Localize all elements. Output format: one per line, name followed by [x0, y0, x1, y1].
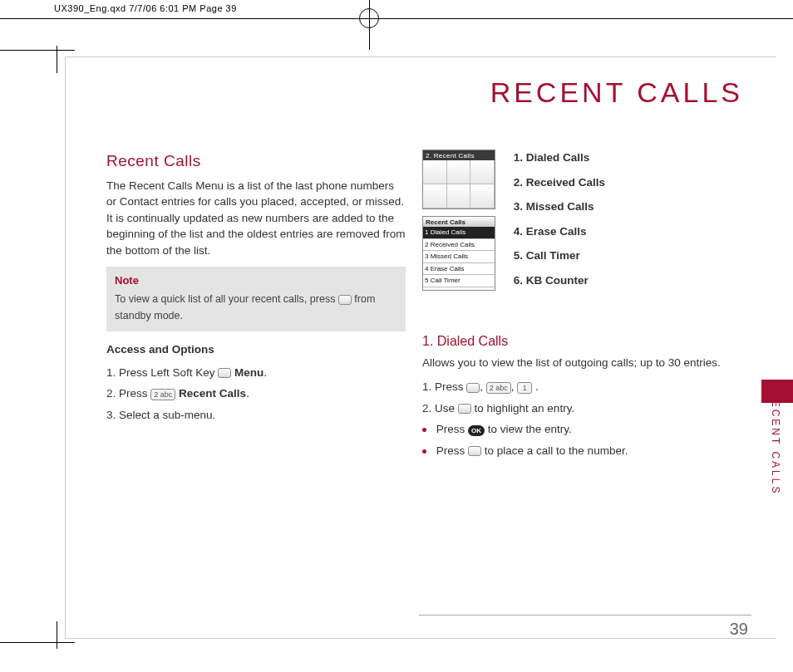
dstep1-text: 1. Press	[422, 380, 466, 393]
db2-end: to place a call to the number.	[485, 444, 628, 457]
crop-header-text: UX390_Eng.qxd 7/7/06 6:01 PM Page 39	[54, 3, 237, 13]
note-text: To view a quick list of all your recent …	[115, 293, 375, 321]
key-2abc-icon: 2 abc	[150, 389, 175, 400]
left-soft-key-icon	[466, 383, 480, 393]
thumb-row: 2. Recent Calls Recent Calls 1 Dialed Ca…	[422, 150, 746, 297]
submenu-item: 6. KB Counter	[514, 272, 605, 289]
nav-key-icon	[458, 404, 471, 414]
ok-key-icon: OK	[468, 425, 485, 436]
thumb2-row: 3 Missed Calls	[423, 251, 495, 263]
manual-page: UX390_Eng.qxd 7/7/06 6:01 PM Page 39 REC…	[0, 0, 793, 672]
thumb2-row: 1 Dialed Calls	[423, 227, 495, 239]
dstep1-end: .	[535, 380, 539, 393]
step1-text: 1. Press Left Soft Key	[106, 366, 218, 379]
db2-text: Press	[436, 444, 468, 457]
frame-line	[57, 621, 57, 649]
note-text-a: To view a quick list of all your recent …	[115, 293, 338, 305]
send-key-icon	[338, 295, 352, 305]
bullet-icon	[422, 428, 426, 432]
submenu-item: 1. Dialed Calls	[514, 150, 605, 166]
dialed-bullet-2: Press to place a call to the number.	[422, 443, 746, 459]
submenu-item: 2. Received Calls	[514, 174, 605, 191]
key-2abc-icon: 2 abc	[486, 382, 511, 394]
left-column: Recent Calls The Recent Calls Menu is a …	[106, 150, 406, 429]
dstep2-end: to highlight an entry.	[475, 402, 575, 414]
side-section-label: RECENT CALLS	[770, 390, 781, 495]
dialed-step-2: 2. Use to highlight an entry.	[422, 400, 746, 417]
step2-text: 2. Press	[106, 387, 150, 400]
thumb2-title: Recent Calls	[423, 217, 495, 227]
note-box: Note To view a quick list of all your re…	[106, 267, 406, 331]
step-1: 1. Press Left Soft Key Menu.	[106, 365, 406, 381]
bullet-icon	[422, 449, 426, 454]
step2-strong: Recent Calls	[179, 387, 246, 400]
dialed-bullet-1: Press OK to view the entry.	[422, 421, 746, 438]
submenu-list: 1. Dialed Calls 2. Received Calls 3. Mis…	[514, 150, 605, 297]
dialed-intro: Allows you to view the list of outgoing …	[422, 355, 746, 371]
note-label: Note	[115, 273, 397, 289]
db1-end: to view the entry.	[488, 423, 572, 435]
submenu-item: 3. Missed Calls	[514, 199, 605, 215]
step1-end: .	[264, 366, 267, 379]
db1-text: Press	[436, 423, 468, 435]
frame-line	[0, 50, 75, 51]
thumb2-row: 4 Erase Calls	[423, 263, 495, 276]
footer-rule	[419, 615, 751, 616]
thumb1-title: 2. Recent Calls	[423, 150, 495, 160]
page-number: 39	[730, 620, 748, 639]
section-heading-recent-calls: Recent Calls	[106, 150, 406, 173]
access-and-options-heading: Access and Options	[106, 341, 406, 358]
submenu-item: 5. Call Timer	[514, 248, 605, 264]
step-3: 3. Select a sub-menu.	[106, 407, 406, 424]
thumb2-row: 5 Call Timer	[423, 275, 495, 287]
left-soft-key-icon	[218, 368, 231, 378]
frame-line	[57, 46, 57, 73]
thumb2-row: 2 Received Calls	[423, 239, 495, 252]
dialed-calls-heading: 1. Dialed Calls	[422, 331, 746, 351]
right-column: 2. Recent Calls Recent Calls 1 Dialed Ca…	[422, 150, 746, 464]
page-title: RECENT CALLS	[490, 76, 743, 109]
key-1-icon: 1	[517, 382, 532, 394]
menu-thumbnail-1: 2. Recent Calls	[422, 150, 495, 209]
thumb2-rows: 1 Dialed Calls 2 Received Calls 3 Missed…	[423, 227, 495, 290]
step-2: 2. Press 2 abc Recent Calls.	[106, 385, 406, 402]
menu-thumbnail-2: Recent Calls 1 Dialed Calls 2 Received C…	[422, 216, 495, 291]
step2-end: .	[246, 387, 249, 400]
frame-line	[0, 642, 75, 643]
send-key-icon	[468, 446, 481, 456]
dialed-step-1: 1. Press , 2 abc, 1 .	[422, 379, 746, 395]
submenu-item: 4. Erase Calls	[514, 223, 605, 240]
intro-paragraph: The Recent Calls Menu is a list of the l…	[106, 178, 406, 259]
dstep2-text: 2. Use	[422, 402, 458, 414]
step1-strong: Menu	[234, 366, 264, 379]
